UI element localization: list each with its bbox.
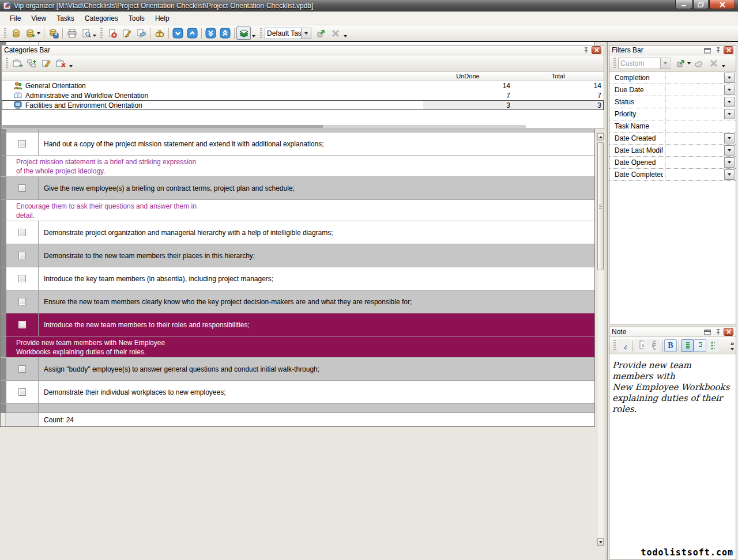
- task-row[interactable]: Assign "buddy" employee(s) to answer gen…: [1, 358, 594, 381]
- apply-filter-button[interactable]: [674, 57, 692, 70]
- task-row-partial[interactable]: [1, 404, 594, 413]
- move-to-top-button[interactable]: [218, 27, 232, 40]
- minimize-button[interactable]: [675, 0, 692, 9]
- task-row[interactable]: Demonstrate their individual workplaces …: [1, 381, 594, 404]
- note-row[interactable]: Encourage them to ask their questions an…: [1, 200, 594, 221]
- note-preview-button[interactable]: [635, 339, 647, 352]
- pin-icon[interactable]: [713, 328, 722, 336]
- scroll-up-arrow[interactable]: [597, 133, 604, 141]
- new-task-button[interactable]: [105, 27, 119, 40]
- task-checkbox[interactable]: [18, 298, 26, 305]
- categories-toolbar-overflow[interactable]: [69, 65, 73, 67]
- menu-file[interactable]: File: [5, 13, 26, 24]
- note-row[interactable]: Project mission statement is a brief and…: [1, 156, 594, 177]
- close-button[interactable]: [709, 0, 735, 9]
- delete-task-button[interactable]: [134, 27, 148, 40]
- move-down-button[interactable]: [171, 27, 185, 40]
- toolbar-grip[interactable]: [613, 58, 616, 69]
- notes-toggle-dropdown[interactable]: [252, 35, 255, 37]
- remove-template-button[interactable]: [328, 27, 342, 40]
- edit-task-button[interactable]: [119, 27, 134, 40]
- undone-column-header[interactable]: UnDone: [423, 73, 513, 80]
- restore-panel-icon[interactable]: [703, 328, 712, 336]
- task-checkbox[interactable]: [18, 321, 26, 328]
- close-icon[interactable]: [592, 46, 601, 54]
- close-icon[interactable]: [724, 328, 733, 336]
- note-row[interactable]: Provide new team members with New Employ…: [1, 336, 594, 358]
- filters-toolbar-overflow[interactable]: [722, 65, 725, 67]
- filter-dropdown-button[interactable]: [724, 169, 735, 180]
- template-toolbar-overflow[interactable]: [344, 35, 347, 37]
- task-row[interactable]: Ensure the new team members clearly know…: [1, 290, 594, 313]
- filter-dropdown-button[interactable]: [724, 133, 735, 143]
- edit-category-button[interactable]: [39, 57, 54, 70]
- task-row[interactable]: Introduce the new team members to their …: [1, 313, 594, 336]
- task-checkbox[interactable]: [18, 140, 26, 147]
- task-checkbox[interactable]: [18, 365, 26, 373]
- menu-tools[interactable]: Tools: [123, 13, 150, 24]
- task-checkbox[interactable]: [18, 184, 26, 192]
- toolbar-grip[interactable]: [613, 340, 616, 351]
- menu-help[interactable]: Help: [150, 13, 175, 24]
- filter-dropdown-button[interactable]: [724, 109, 735, 119]
- bold-button[interactable]: B: [664, 339, 677, 352]
- filter-dropdown-button[interactable]: [724, 157, 735, 168]
- new-category-button[interactable]: [10, 57, 25, 70]
- total-column-header[interactable]: Total: [513, 73, 604, 80]
- apply-template-button[interactable]: [314, 27, 328, 40]
- task-row[interactable]: Introduce the key team members (in absen…: [1, 267, 594, 290]
- move-up-button[interactable]: [185, 27, 199, 40]
- filter-dropdown-button[interactable]: [724, 85, 735, 95]
- new-subcategory-button[interactable]: [25, 57, 39, 70]
- category-row[interactable]: Facilities and Environment Orientation 3…: [2, 100, 604, 110]
- restore-panel-icon[interactable]: [703, 46, 712, 54]
- bullet-list-button[interactable]: [706, 339, 719, 352]
- filter-dropdown-button[interactable]: [724, 97, 735, 107]
- task-template-select[interactable]: Default Task: [265, 28, 311, 39]
- toolbar-grip[interactable]: [260, 28, 262, 39]
- menu-categories[interactable]: Categories: [80, 13, 123, 24]
- category-row[interactable]: General Orientation 14 14: [2, 81, 604, 90]
- filter-dropdown-button[interactable]: [724, 145, 735, 156]
- edit-note-button[interactable]: [618, 339, 631, 352]
- task-template-dropdown-button[interactable]: [301, 28, 311, 39]
- restore-button[interactable]: [693, 0, 709, 9]
- search-button[interactable]: [152, 27, 167, 40]
- task-checkbox[interactable]: [18, 388, 26, 396]
- task-row[interactable]: Demonstrate project organization and man…: [1, 221, 594, 244]
- task-checkbox[interactable]: [18, 229, 26, 236]
- toolbar-grip[interactable]: [4, 28, 6, 39]
- task-list-vscrollbar[interactable]: [597, 133, 604, 546]
- align-left-button[interactable]: [681, 339, 694, 352]
- note-content[interactable]: Provide new team members withNew Employe…: [609, 354, 736, 415]
- filter-preset-dropdown-button[interactable]: [660, 58, 670, 69]
- pin-icon[interactable]: [581, 46, 590, 54]
- filter-preset-select[interactable]: Custom: [618, 58, 671, 69]
- category-row[interactable]: Administrative and Workflow Orientation …: [2, 90, 604, 100]
- delete-filter-button[interactable]: [706, 57, 721, 70]
- panel-splitter[interactable]: [605, 42, 608, 560]
- menu-view[interactable]: View: [26, 13, 51, 24]
- print-preview-button[interactable]: [79, 27, 98, 40]
- clear-filter-button[interactable]: [692, 57, 706, 70]
- task-row[interactable]: Demonstrate to the new team members thei…: [1, 244, 594, 267]
- delete-category-button[interactable]: [54, 57, 68, 70]
- align-right-button[interactable]: [694, 339, 706, 352]
- task-checkbox[interactable]: [18, 275, 26, 282]
- filter-dropdown-button[interactable]: [724, 73, 735, 83]
- task-row[interactable]: Hand out a copy of the project mission s…: [1, 133, 594, 156]
- task-checkbox[interactable]: [18, 252, 26, 259]
- note-toolbar-overflow[interactable]: »: [731, 341, 734, 346]
- task-row[interactable]: Give the new employee(s) a briefing on c…: [1, 177, 594, 200]
- toolbar-grip[interactable]: [100, 28, 103, 39]
- scrollbar-thumb[interactable]: [597, 142, 604, 270]
- pin-icon[interactable]: [713, 46, 722, 54]
- note-toolbar-options[interactable]: [731, 348, 734, 350]
- scroll-down-arrow[interactable]: [597, 538, 604, 546]
- open-database-button[interactable]: [23, 27, 42, 40]
- toolbar-grip[interactable]: [6, 58, 8, 69]
- print-button[interactable]: [65, 27, 79, 40]
- new-database-button[interactable]: [9, 27, 23, 40]
- note-print-button[interactable]: [647, 339, 660, 352]
- save-database-button[interactable]: [46, 27, 61, 40]
